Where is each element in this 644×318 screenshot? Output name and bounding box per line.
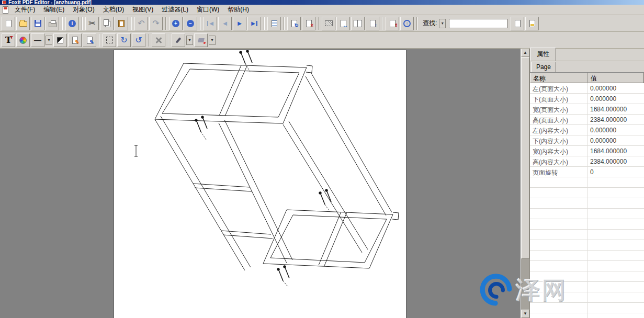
rotate-object-ccw-button[interactable]: ↺ [132, 33, 145, 47]
vertical-scrollbar[interactable]: ▲ ▼ [521, 49, 529, 318]
property-value[interactable]: 0.000000 [587, 135, 644, 145]
document-canvas[interactable] [0, 49, 521, 318]
crop-page-button[interactable] [322, 17, 335, 30]
fill-color-dropdown[interactable]: ▾ [209, 36, 216, 45]
column-header-name: 名称 [530, 73, 587, 83]
property-row[interactable]: 页面旋转0 [530, 167, 644, 177]
color-picker-button[interactable] [172, 33, 185, 47]
property-row[interactable]: 下(页面大小)0.000000 [530, 94, 644, 104]
property-row[interactable]: 左(内容大小)0.000000 [530, 125, 644, 135]
property-value[interactable]: 1684.000000 [587, 104, 644, 114]
first-page-button[interactable]: ◀ [204, 17, 217, 30]
scroll-up-icon: ▲ [523, 51, 527, 55]
copy-button[interactable] [100, 17, 114, 30]
zoom-out-button[interactable]: − [184, 17, 197, 30]
export-text-button[interactable]: t [386, 17, 399, 30]
find-input[interactable] [449, 19, 507, 28]
property-row[interactable]: 高(页面大小)2384.000000 [530, 115, 644, 125]
new-document-button[interactable] [2, 17, 15, 30]
snapshot-button[interactable] [511, 17, 524, 30]
toolbar-separator [200, 17, 201, 30]
select-object-button[interactable] [103, 33, 116, 47]
property-value[interactable]: 0.000000 [587, 94, 644, 104]
next-page-button[interactable]: ▶ [233, 17, 246, 30]
property-value[interactable]: 0.000000 [587, 125, 644, 135]
resize-page-button[interactable]: ↔ [336, 17, 350, 30]
empty-row [530, 261, 644, 271]
toolbar-separator [148, 34, 149, 47]
menu-help[interactable]: 帮助(H) [223, 4, 253, 15]
menu-view[interactable]: 视图(V) [128, 4, 157, 15]
fill-style-icon [57, 37, 63, 43]
scroll-down-button[interactable]: ▼ [521, 310, 529, 318]
menu-document[interactable]: 文档(D) [99, 4, 129, 15]
main-toolbar: i ✂ ↶ ↷ + − ◀ ◀ ▶ ▶ ↻ × ↔ ↑ t ↑ 查找: ▾ [0, 15, 644, 32]
page-tab[interactable]: Page [531, 62, 556, 72]
open-file-button[interactable] [16, 17, 30, 30]
property-value[interactable]: 0.000000 [587, 83, 644, 93]
scroll-up-button[interactable]: ▲ [521, 49, 529, 57]
property-value[interactable]: 2384.000000 [587, 115, 644, 124]
line-tool-dropdown[interactable]: ▾ [46, 36, 52, 45]
empty-row [530, 271, 644, 282]
property-row[interactable]: 左(页面大小)0.000000 [530, 83, 644, 94]
zoom-out-icon: − [187, 20, 194, 27]
menu-window[interactable]: 窗口(W) [193, 4, 223, 15]
fill-color-button[interactable] [194, 33, 208, 47]
menu-edit[interactable]: 编辑(E) [39, 4, 69, 15]
undo-button[interactable]: ↶ [134, 17, 148, 30]
edit-content-button[interactable]: ✎ [83, 33, 96, 47]
save-button[interactable] [31, 17, 44, 30]
property-row[interactable]: 下(内容大小)0.000000 [530, 135, 644, 146]
scrollbar-thumb[interactable] [521, 57, 529, 259]
property-value[interactable]: 1684.000000 [587, 146, 644, 156]
fit-page-button[interactable]: ↑ [366, 17, 379, 30]
property-value[interactable]: 0 [587, 167, 644, 177]
property-row[interactable]: 宽(内容大小)1684.000000 [530, 146, 644, 156]
rotate-page-button[interactable]: ↻ [287, 17, 301, 30]
scrollbar-track[interactable] [521, 57, 529, 310]
menu-filter[interactable]: 过滤器(L) [157, 4, 193, 15]
toolbar-separator [165, 17, 166, 30]
color-wheel-button[interactable] [16, 33, 30, 47]
two-page-view-button[interactable] [351, 17, 365, 30]
insert-page-button[interactable] [267, 17, 281, 30]
properties-tab[interactable]: 属性 [530, 48, 556, 61]
zoom-in-button[interactable]: + [169, 17, 183, 30]
delete-page-button[interactable]: × [302, 17, 315, 30]
redo-button[interactable]: ↷ [149, 17, 163, 30]
line-tool-icon: — [34, 36, 41, 44]
caret-down-icon: ▾ [442, 21, 444, 26]
rotate-object-cw-button[interactable]: ↻ [117, 33, 131, 47]
upload-button[interactable]: ↑ [400, 17, 414, 30]
last-page-button[interactable]: ▶ [247, 17, 261, 30]
fill-bucket-icon [198, 38, 205, 42]
fill-style-button[interactable] [53, 33, 67, 47]
property-value[interactable]: 2384.000000 [587, 156, 644, 166]
line-tool-button[interactable]: — [31, 33, 44, 47]
tools-button[interactable] [152, 33, 165, 47]
document-info-button[interactable]: i [65, 17, 79, 30]
zoom-in-icon: + [172, 20, 179, 27]
paste-into-page-button[interactable] [525, 17, 539, 30]
cut-button[interactable]: ✂ [85, 17, 99, 30]
pdf-page[interactable] [114, 50, 406, 318]
paste-button[interactable] [115, 17, 128, 30]
color-picker-dropdown[interactable]: ▾ [186, 36, 193, 45]
fit-page-icon: ↑ [375, 23, 377, 28]
rotate-page-icon: ↻ [295, 23, 299, 28]
print-button[interactable] [46, 17, 59, 30]
property-row[interactable]: 高(内容大小)2384.000000 [530, 156, 644, 167]
menu-object[interactable]: 对象(O) [69, 4, 98, 15]
previous-page-icon: ◀ [223, 21, 227, 26]
toolbar-separator [82, 17, 83, 30]
text-tool-button[interactable]: TT [2, 33, 15, 47]
properties-panel: 属性 Page 名称 值 左(页面大小)0.000000 下(页面大小)0.00… [529, 49, 644, 318]
menu-file[interactable]: 文件(F) [10, 4, 39, 15]
property-row[interactable]: 宽(页面大小)1684.000000 [530, 104, 644, 115]
find-options-button[interactable]: ▾ [439, 19, 446, 28]
edit-object-button[interactable]: ✎ [68, 33, 82, 47]
empty-row [530, 188, 644, 198]
property-name: 下(内容大小) [530, 135, 587, 145]
previous-page-button[interactable]: ◀ [218, 17, 232, 30]
